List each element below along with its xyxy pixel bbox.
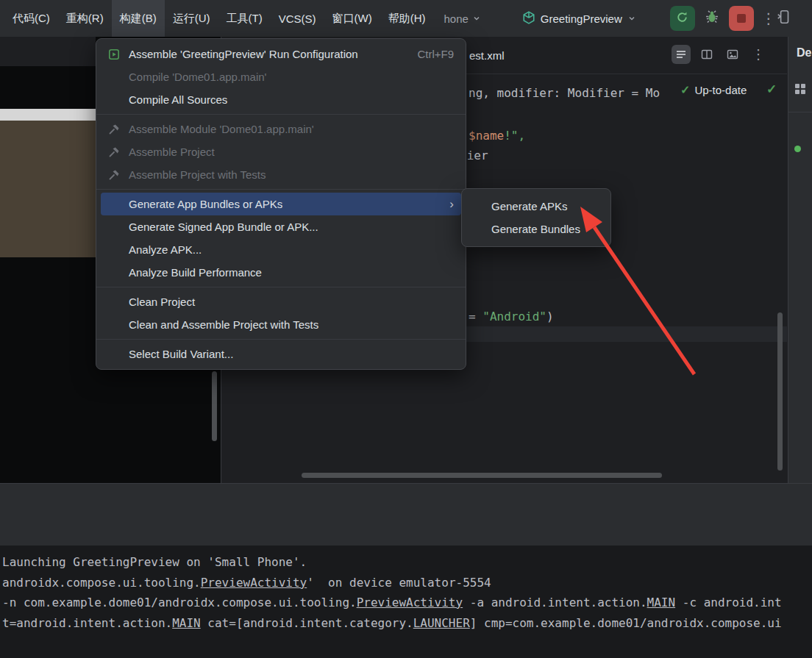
build-menu-item[interactable]: Generate App Bundles or APKs›: [101, 193, 461, 215]
menu-item-label: Compile 'Dome01.app.main': [129, 71, 267, 83]
console-link[interactable]: MAIN: [172, 616, 201, 630]
menu-item-label: Analyze APK...: [129, 243, 202, 256]
run-config-label: GreetingPreview: [541, 12, 622, 25]
console-text: -c android.int: [675, 596, 782, 609]
menubar-right-icons: [776, 8, 812, 29]
hammer-icon: [108, 169, 120, 181]
left-panel-scrollbar[interactable]: [212, 371, 217, 441]
editor-view-toolbar: ⋮: [672, 45, 768, 64]
menu-window[interactable]: 窗口(W): [324, 0, 380, 37]
editor-horizontal-scrollbar[interactable]: [302, 473, 662, 478]
console-text: cat=[android.intent.category.: [201, 616, 413, 630]
menu-separator: [96, 287, 466, 287]
build-menu-item: Assemble Module 'Dome01.app.main': [101, 118, 461, 140]
console-link[interactable]: MAIN: [647, 596, 676, 609]
hammer-icon: [108, 124, 120, 135]
build-menu-item[interactable]: Generate Signed App Bundle or APK...: [101, 215, 461, 238]
hammer-icon: [108, 146, 120, 158]
editor-vertical-scrollbar[interactable]: [777, 312, 783, 471]
build-menu-item[interactable]: Clean Project: [101, 290, 461, 313]
console-link[interactable]: PreviewActivity: [357, 596, 463, 609]
grid-icon[interactable]: [794, 83, 806, 98]
empty-icon-slot: [108, 199, 120, 210]
chevron-down-icon: [472, 14, 481, 23]
empty-icon-slot: [108, 296, 120, 308]
menu-separator: [96, 114, 466, 115]
build-menu-item[interactable]: Analyze Build Performance: [101, 261, 461, 284]
menu-item-label: Assemble Project with Tests: [129, 168, 266, 181]
stop-button[interactable]: [729, 6, 754, 31]
apk-submenu-item[interactable]: Generate Bundles: [466, 218, 606, 240]
apk-submenu-items: Generate APKsGenerate Bundles: [462, 195, 610, 240]
build-menu-item[interactable]: Clean and Assemble Project with Tests: [101, 313, 461, 336]
build-menu-item[interactable]: Assemble 'GreetingPreview' Run Configura…: [101, 43, 461, 65]
build-menu-item[interactable]: Compile All Sources: [101, 88, 461, 111]
run-config-selector[interactable]: GreetingPreview: [522, 11, 636, 26]
console-text: ' on device emulator-5554: [307, 576, 491, 590]
menu-tools[interactable]: 工具(T): [218, 0, 270, 37]
apk-submenu-item[interactable]: Generate APKs: [466, 195, 606, 218]
run-console: Launching GreetingPreview on 'Small Phon…: [0, 546, 812, 658]
build-menu-items: Assemble 'GreetingPreview' Run Configura…: [96, 43, 466, 365]
app-module-icon: [522, 11, 535, 26]
editor-more-icon[interactable]: ⋮: [749, 45, 768, 64]
code-line: $name!",: [469, 129, 525, 143]
menu-item-label: Generate Signed App Bundle or APK...: [129, 221, 318, 233]
menu-item-label: Assemble Project: [129, 146, 215, 158]
console-line: t=android.intent.action.MAIN cat=[androi…: [2, 613, 782, 634]
console-link[interactable]: LAUNCHER: [413, 616, 470, 630]
menu-build[interactable]: 构建(B): [112, 0, 165, 37]
menu-item-label: Select Build Variant...: [129, 348, 233, 360]
console-text: ] cmp=com.example.dome01/androidx.compos…: [470, 616, 782, 630]
build-menu-item: Assemble Project with Tests: [101, 163, 461, 186]
build-menu-item[interactable]: Analyze APK...: [101, 238, 461, 261]
assemble-run-icon: [108, 49, 120, 60]
console-line: -n com.example.dome01/androidx.compose.u…: [2, 593, 782, 613]
menu-item-label: Generate App Bundles or APKs: [129, 198, 282, 210]
menubar: 代码(C) 重构(R) 构建(B) 运行(U) 工具(T) VCS(S) 窗口(…: [0, 0, 812, 37]
console-line: androidx.compose.ui.tooling.PreviewActiv…: [2, 573, 782, 593]
design-view-toggle[interactable]: [723, 45, 742, 64]
left-tool-window-header: [0, 37, 96, 66]
menu-refactor[interactable]: 重构(R): [58, 0, 112, 37]
device-online-indicator: [794, 146, 801, 152]
run-toolwindow-band: [0, 483, 812, 546]
rerun-button[interactable]: [670, 6, 695, 31]
apk-submenu: Generate APKsGenerate Bundles: [461, 188, 611, 247]
menu-item-shortcut: Ctrl+F9: [402, 48, 454, 60]
stop-square-icon: [737, 14, 746, 23]
menu-vcs[interactable]: VCS(S): [271, 0, 324, 37]
right-panel-title: De: [797, 46, 811, 60]
right-tool-strip: De: [788, 37, 812, 483]
debug-button[interactable]: [699, 6, 724, 31]
more-actions-icon[interactable]: ⋮: [761, 10, 776, 27]
debug-bug-icon: [705, 10, 719, 27]
console-text: t=android.intent.action.: [2, 616, 172, 630]
emulator-statusbar: [0, 109, 96, 121]
empty-icon-slot: [108, 94, 120, 106]
device-mirror-icon[interactable]: [776, 9, 792, 28]
menu-code[interactable]: 代码(C): [4, 0, 58, 37]
menu-separator: [96, 189, 466, 190]
console-link[interactable]: PreviewActivity: [201, 576, 307, 590]
uptodate-badge: ✓ Up-to-date: [680, 83, 747, 97]
menu-help[interactable]: 帮助(H): [380, 0, 434, 37]
menu-run[interactable]: 运行(U): [165, 0, 218, 37]
menu-separator: [96, 339, 466, 340]
menu-item-label: Clean and Assemble Project with Tests: [129, 318, 318, 331]
build-menu-item[interactable]: Select Build Variant...: [101, 343, 461, 365]
build-menu-item: Assemble Project: [101, 140, 461, 163]
code-view-toggle[interactable]: [672, 45, 691, 64]
empty-icon-slot: [108, 221, 120, 233]
device-selector[interactable]: hone: [444, 12, 480, 25]
uptodate-label: Up-to-date: [694, 84, 747, 96]
editor-tab[interactable]: est.xml: [469, 49, 505, 62]
split-view-toggle[interactable]: [697, 45, 716, 64]
empty-icon-slot: [108, 71, 120, 83]
rerun-icon: [676, 11, 688, 26]
console-text: -a android.intent.action.: [463, 596, 647, 609]
console-text: Launching GreetingPreview on 'Small Phon…: [2, 555, 307, 569]
menu-item-label: Analyze Build Performance: [129, 266, 262, 279]
inspections-ok-icon[interactable]: ✓: [766, 82, 777, 97]
empty-icon-slot: [108, 267, 120, 279]
